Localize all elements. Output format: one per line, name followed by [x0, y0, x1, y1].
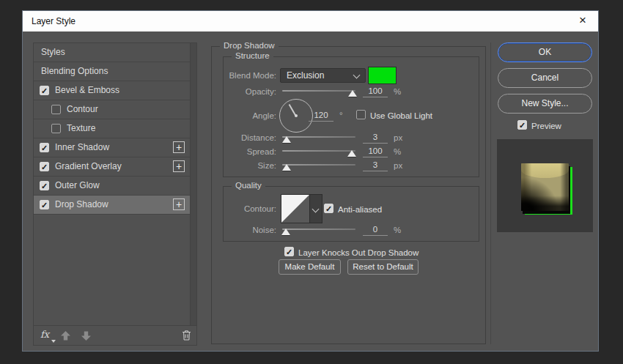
checkbox[interactable] — [40, 86, 49, 95]
blend-mode-select[interactable]: Exclusion — [280, 68, 366, 83]
close-icon[interactable]: × — [570, 11, 595, 31]
sidebar-item-drop-shadow[interactable]: Drop Shadow + — [34, 196, 190, 215]
distance-label: Distance: — [224, 132, 276, 144]
angle-unit: ° — [339, 109, 343, 121]
slider-thumb[interactable] — [348, 90, 357, 97]
sidebar-item-texture[interactable]: Texture — [34, 119, 190, 138]
panel-title: Drop Shadow — [220, 41, 279, 50]
sidebar-item-label: Inner Shadow — [55, 138, 109, 157]
noise-value[interactable]: 0 — [363, 224, 388, 236]
slider-thumb[interactable] — [282, 164, 291, 171]
styles-list: Styles Blending Options Bevel & Emboss C… — [34, 43, 190, 325]
checkbox[interactable] — [51, 124, 61, 133]
sidebar-item-label: Outer Glow — [55, 177, 100, 195]
add-effect-icon[interactable]: + — [173, 198, 185, 210]
distance-unit: px — [394, 132, 402, 144]
structure-title: Structure — [232, 51, 273, 60]
anti-aliased-label: Anti-aliased — [338, 204, 382, 215]
angle-value[interactable]: 120 — [309, 110, 333, 122]
sidebar-item-label: Blending Options — [41, 62, 108, 81]
use-global-light-label: Use Global Light — [370, 111, 432, 121]
slider-track — [282, 150, 355, 152]
size-slider[interactable] — [282, 160, 355, 171]
slider-track — [282, 229, 355, 230]
use-global-light-checkbox[interactable] — [356, 110, 366, 119]
preview-checkbox[interactable] — [517, 120, 527, 130]
preview-label: Preview — [531, 121, 561, 131]
move-effect-up-icon[interactable] — [60, 330, 71, 343]
sidebar-item-inner-shadow[interactable]: Inner Shadow + — [34, 138, 190, 157]
spread-slider[interactable] — [282, 146, 355, 157]
sidebar-footer: fx — [34, 325, 196, 345]
chevron-down-icon — [312, 206, 320, 213]
spread-unit: % — [394, 146, 401, 157]
sidebar-item-label: Gradient Overlay — [55, 157, 122, 176]
contour-dropdown[interactable] — [310, 194, 322, 223]
title-bar: Layer Style × — [23, 11, 598, 31]
sidebar-item-gradient-overlay[interactable]: Gradient Overlay + — [34, 157, 190, 177]
opacity-unit: % — [394, 86, 401, 97]
style-preview-thumbnail — [497, 139, 593, 232]
slider-track — [282, 90, 355, 92]
noise-slider[interactable] — [282, 224, 355, 236]
slider-thumb[interactable] — [347, 150, 356, 157]
panel-divider — [490, 42, 491, 344]
delete-effect-icon[interactable] — [182, 330, 191, 343]
angle-label: Angle: — [224, 110, 276, 122]
size-unit: px — [394, 160, 402, 171]
distance-slider[interactable] — [282, 132, 355, 144]
reset-to-default-button[interactable]: Reset to Default — [347, 259, 419, 275]
sidebar-item-outer-glow[interactable]: Outer Glow — [34, 177, 190, 196]
structure-group: Structure Blend Mode: Exclusion Opacity:… — [223, 56, 479, 177]
opacity-value[interactable]: 100 — [363, 86, 388, 97]
make-default-button[interactable]: Make Default — [279, 259, 341, 275]
contour-picker[interactable] — [281, 194, 310, 223]
sidebar-item-label: Styles — [41, 43, 65, 62]
preview-bevel-square — [521, 163, 569, 211]
sidebar-item-contour[interactable]: Contour — [34, 100, 190, 119]
spread-label: Spread: — [224, 146, 276, 157]
add-effect-icon[interactable]: + — [173, 160, 185, 172]
fx-menu-caret-icon — [51, 340, 56, 343]
sidebar-item-label: Contour — [67, 100, 98, 119]
add-effect-icon[interactable]: + — [173, 141, 185, 153]
drop-shadow-panel: Drop Shadow Structure Blend Mode: Exclus… — [211, 46, 486, 344]
distance-value[interactable]: 3 — [363, 132, 388, 144]
sidebar-item-label: Texture — [67, 119, 95, 138]
new-style-button[interactable]: New Style... — [498, 94, 592, 114]
sidebar-item-styles[interactable]: Styles — [34, 43, 190, 62]
checkbox[interactable] — [40, 181, 49, 190]
sidebar-scrollbar[interactable] — [190, 43, 196, 325]
blend-mode-value: Exclusion — [287, 69, 324, 82]
sidebar-item-bevel-emboss[interactable]: Bevel & Emboss — [34, 81, 190, 100]
cancel-button[interactable]: Cancel — [498, 68, 592, 88]
size-label: Size: — [224, 160, 276, 171]
checkbox[interactable] — [40, 162, 49, 171]
chevron-down-icon — [353, 72, 361, 79]
sidebar-item-label: Bevel & Emboss — [55, 81, 119, 100]
slider-track — [282, 164, 355, 166]
sidebar-item-blending-options[interactable]: Blending Options — [34, 62, 190, 81]
shadow-color-swatch[interactable] — [368, 67, 397, 84]
fx-menu-button[interactable]: fx — [40, 329, 49, 340]
quality-group: Quality Contour: Anti-aliased Noise: 0 % — [223, 186, 479, 242]
checkbox[interactable] — [51, 105, 61, 114]
anti-aliased-checkbox[interactable] — [324, 204, 333, 213]
dialog-title: Layer Style — [32, 11, 75, 31]
layer-knocks-out-label: Layer Knocks Out Drop Shadow — [298, 248, 419, 258]
angle-center-dot — [295, 114, 298, 117]
quality-title: Quality — [232, 181, 265, 190]
opacity-slider[interactable] — [282, 86, 355, 97]
checkbox[interactable] — [40, 143, 49, 152]
ok-button[interactable]: OK — [498, 42, 592, 62]
checkbox[interactable] — [40, 200, 49, 209]
size-value[interactable]: 3 — [363, 160, 388, 171]
layer-knocks-out-checkbox[interactable] — [284, 247, 294, 256]
move-effect-down-icon[interactable] — [81, 330, 92, 343]
blend-mode-label: Blend Mode: — [224, 70, 276, 81]
spread-value[interactable]: 100 — [363, 146, 388, 157]
styles-sidebar: Styles Blending Options Bevel & Emboss C… — [33, 42, 197, 346]
slider-thumb[interactable] — [281, 229, 290, 235]
slider-track — [282, 136, 355, 138]
slider-thumb[interactable] — [282, 136, 291, 143]
